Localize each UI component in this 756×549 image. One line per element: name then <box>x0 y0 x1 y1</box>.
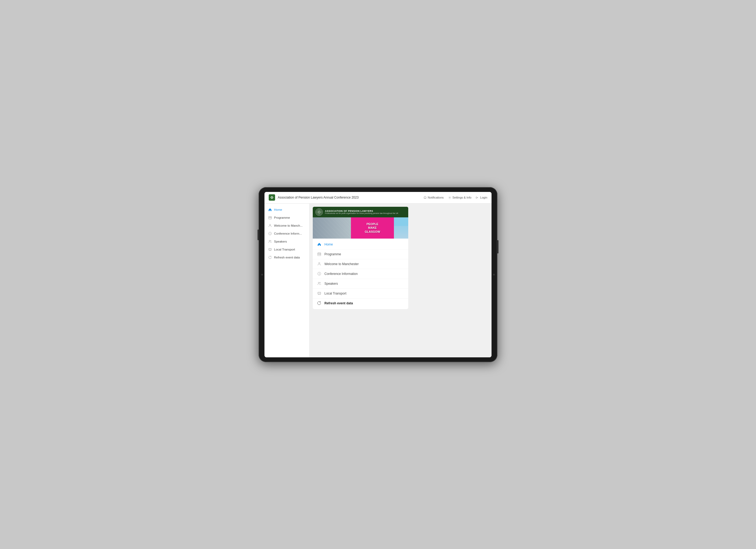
speakers-icon <box>268 240 272 243</box>
org-logo-icon <box>316 210 322 215</box>
svg-point-10 <box>270 240 271 241</box>
sidebar-item-conference[interactable]: Conference Inform... <box>264 230 309 238</box>
svg-rect-3 <box>269 218 270 218</box>
building-center: PEOPLE MAKE GLASGOW <box>351 218 394 239</box>
content-nav-refresh[interactable]: Refresh event data <box>313 298 408 308</box>
app-header: Association of Pension Lawyers Annual Co… <box>264 192 492 204</box>
content-speakers-label: Speakers <box>324 282 338 285</box>
building-line2: MAKE <box>365 226 380 230</box>
sidebar: Home Programme <box>264 204 310 357</box>
home-icon <box>268 208 272 212</box>
content-area: ASSOCIATION OF PENSION LAWYERS Professio… <box>310 204 492 357</box>
svg-rect-11 <box>269 249 271 250</box>
svg-point-12 <box>269 250 270 251</box>
app-title: Association of Pension Lawyers Annual Co… <box>278 196 423 199</box>
svg-point-23 <box>319 282 320 283</box>
hero-building: PEOPLE MAKE GLASGOW <box>313 218 408 239</box>
svg-point-0 <box>271 197 272 198</box>
tablet-camera-left <box>261 274 263 275</box>
sidebar-programme-label: Programme <box>274 216 290 219</box>
sidebar-item-transport[interactable]: Local Transport <box>264 246 309 254</box>
content-refresh-icon <box>317 301 321 305</box>
sidebar-item-refresh[interactable]: Refresh event data <box>264 254 309 262</box>
tablet-side-button-right <box>497 240 498 254</box>
content-nav-home[interactable]: Home <box>313 240 408 250</box>
sidebar-item-welcome[interactable]: Welcome to Manch... <box>264 222 309 230</box>
content-nav-programme[interactable]: Programme <box>313 250 408 259</box>
content-conference-label: Conference Information <box>324 272 358 276</box>
login-icon <box>476 196 479 199</box>
svg-rect-24 <box>318 292 321 294</box>
login-button[interactable]: Login <box>476 196 487 199</box>
notifications-label: Notifications <box>428 196 444 199</box>
hero-image: ASSOCIATION OF PENSION LAWYERS Professio… <box>313 207 408 239</box>
sidebar-refresh-label: Refresh event data <box>274 256 300 259</box>
login-label: Login <box>480 196 487 199</box>
app-logo-icon <box>270 195 274 200</box>
content-nav-transport[interactable]: Local Transport <box>313 289 408 298</box>
settings-label: Settings & Info <box>453 196 472 199</box>
hero-org-logo <box>315 208 323 216</box>
gear-icon <box>448 196 451 199</box>
building-line1: PEOPLE <box>365 222 380 226</box>
svg-rect-17 <box>319 254 319 255</box>
tablet-side-button-left <box>258 230 259 240</box>
content-home-icon <box>317 242 321 247</box>
svg-point-1 <box>449 197 450 198</box>
content-nav-conference[interactable]: Conference Information <box>313 269 408 279</box>
header-actions: Notifications Settings & Info Login <box>423 196 487 199</box>
content-home-label: Home <box>324 243 333 246</box>
sidebar-item-programme[interactable]: Programme <box>264 214 309 222</box>
building-line3: GLASGOW <box>365 230 380 234</box>
svg-rect-18 <box>320 254 320 255</box>
hero-org-subtitle: Professional not for profit organisation… <box>325 212 406 214</box>
svg-point-8 <box>270 233 270 233</box>
svg-point-14 <box>317 210 321 215</box>
content-nav-welcome[interactable]: Welcome to Manchester <box>313 259 408 269</box>
content-card: ASSOCIATION OF PENSION LAWYERS Professio… <box>313 207 408 309</box>
app-logo <box>269 194 275 201</box>
hero-header-band: ASSOCIATION OF PENSION LAWYERS Professio… <box>313 207 408 218</box>
hero-org-name: ASSOCIATION OF PENSION LAWYERS <box>325 210 406 212</box>
content-calendar-icon <box>317 252 321 256</box>
hero-overlay: ASSOCIATION OF PENSION LAWYERS Professio… <box>313 207 408 239</box>
svg-point-22 <box>318 282 319 283</box>
settings-button[interactable]: Settings & Info <box>448 196 472 199</box>
bus-icon <box>268 248 272 251</box>
main-content: Home Programme <box>264 204 492 357</box>
svg-rect-4 <box>270 218 271 218</box>
content-transport-label: Local Transport <box>324 291 346 295</box>
person-icon <box>268 224 272 228</box>
notifications-button[interactable]: Notifications <box>423 196 444 199</box>
content-nav-speakers[interactable]: Speakers <box>313 279 408 289</box>
building-text: PEOPLE MAKE GLASGOW <box>365 222 380 234</box>
content-menu: Home <box>313 239 408 309</box>
tablet-screen: Association of Pension Lawyers Annual Co… <box>264 192 492 357</box>
content-refresh-label: Refresh event data <box>324 301 353 305</box>
content-programme-label: Programme <box>324 253 341 256</box>
svg-point-9 <box>269 240 270 241</box>
svg-rect-5 <box>271 218 271 218</box>
svg-rect-16 <box>318 254 319 255</box>
sidebar-item-home[interactable]: Home <box>264 206 309 214</box>
tablet-camera-right <box>493 274 495 275</box>
content-person-icon <box>317 262 321 266</box>
svg-point-13 <box>271 250 271 251</box>
sidebar-item-speakers[interactable]: Speakers <box>264 238 309 246</box>
building-right <box>394 218 408 239</box>
calendar-icon <box>268 216 272 220</box>
sidebar-speakers-label: Speakers <box>274 240 287 243</box>
content-speakers-icon <box>317 281 321 286</box>
info-icon <box>268 232 272 236</box>
building-bg: PEOPLE MAKE GLASGOW <box>313 218 408 239</box>
svg-point-6 <box>270 224 271 225</box>
hero-text-block: ASSOCIATION OF PENSION LAWYERS Professio… <box>325 210 406 214</box>
bell-icon <box>423 196 427 199</box>
building-left <box>313 218 351 239</box>
sidebar-transport-label: Local Transport <box>274 248 295 251</box>
svg-point-19 <box>319 263 320 264</box>
sidebar-welcome-label: Welcome to Manch... <box>274 224 303 227</box>
content-welcome-label: Welcome to Manchester <box>324 262 359 266</box>
tablet-frame: Association of Pension Lawyers Annual Co… <box>259 187 497 362</box>
sidebar-conference-label: Conference Inform... <box>274 232 302 235</box>
